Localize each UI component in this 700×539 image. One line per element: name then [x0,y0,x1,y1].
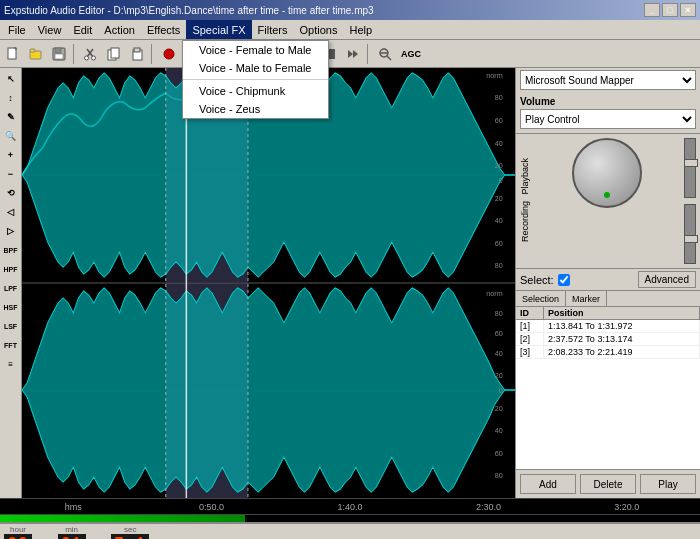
volume-knob[interactable] [572,138,642,208]
tab-marker[interactable]: Marker [566,291,607,306]
menu-voice-male-to-female[interactable]: Voice - Male to Female [183,59,328,77]
marker-row-2[interactable]: [2] 2:37.572 To 3:13.174 [516,333,700,346]
menu-options[interactable]: Options [294,20,344,39]
menu-special-fx[interactable]: Special FX [186,20,251,39]
tool-lsf[interactable]: LSF [2,317,20,335]
toolbar-paste[interactable] [126,43,148,65]
dropdown-separator [183,79,328,80]
advanced-button[interactable]: Advanced [638,271,696,288]
tool-hsf[interactable]: HSF [2,298,20,316]
timeline-labels: hms 0:50.0 1:40.0 2:30.0 3:20.0 [0,502,700,512]
close-button[interactable]: × [680,3,696,17]
min-value: 01 [58,534,86,539]
svg-text:norm: norm [486,72,502,80]
toolbar-cut[interactable] [80,43,102,65]
menu-effects[interactable]: Effects [141,20,186,39]
svg-rect-0 [8,48,16,59]
min-label: min [65,525,78,534]
waveform-svg: norm 80 60 40 20 0 20 40 60 80 norm 80 6… [22,68,515,498]
tool-bpf[interactable]: BPF [2,241,20,259]
play-marker-button[interactable]: Play [640,474,696,494]
tool-next[interactable]: ▷ [2,222,20,240]
svg-text:60: 60 [495,240,503,248]
marker-id-3: [3] [516,346,544,358]
marker-id-2: [2] [516,333,544,345]
toolbar-copy[interactable] [103,43,125,65]
svg-text:60: 60 [495,330,503,338]
tab-selection[interactable]: Selection [516,291,566,306]
select-checkbox[interactable] [558,274,570,286]
delete-marker-button[interactable]: Delete [580,474,636,494]
svg-text:80: 80 [495,262,503,270]
toolbar-new[interactable] [2,43,24,65]
svg-text:20: 20 [495,372,503,380]
menu-voice-chipmunk[interactable]: Voice - Chipmunk [183,82,328,100]
menu-filters[interactable]: Filters [252,20,294,39]
menu-voice-female-to-male[interactable]: Voice - Female to Male [183,41,328,59]
tool-undo[interactable]: ⟲ [2,184,20,202]
add-marker-button[interactable]: Add [520,474,576,494]
recording-label: Recording [520,201,530,242]
svg-rect-11 [111,48,119,58]
menu-voice-zeus[interactable]: Voice - Zeus [183,100,328,118]
sec-label: sec [124,525,136,534]
tl-140: 1:40.0 [281,502,419,512]
device-select[interactable]: Microsoft Sound Mapper [520,70,696,90]
tool-zoom-in[interactable]: + [2,146,20,164]
toolbar-open[interactable] [25,43,47,65]
menu-view[interactable]: View [32,20,68,39]
recording-slider-thumb [684,235,698,243]
waveform-area[interactable]: norm 80 60 40 20 0 20 40 60 80 norm 80 6… [22,68,515,498]
svg-text:60: 60 [495,117,503,125]
tool-move[interactable]: ↕ [2,89,20,107]
progress-fill [0,515,245,522]
special-fx-dropdown: Voice - Female to Male Voice - Male to F… [182,40,329,119]
tl-230: 2:30.0 [419,502,557,512]
menu-action[interactable]: Action [98,20,141,39]
toolbar-separator-3 [367,44,371,64]
svg-marker-26 [348,50,353,58]
left-toolbar: ↖ ↕ ✎ 🔍 + − ⟲ ◁ ▷ BPF HPF LPF HSF LSF FF… [0,68,22,498]
minimize-button[interactable]: _ [644,3,660,17]
toolbar-end[interactable] [342,43,364,65]
tool-select[interactable]: ↖ [2,70,20,88]
marker-row-1[interactable]: [1] 1:13.841 To 1:31.972 [516,320,700,333]
svg-rect-5 [55,54,63,59]
device-select-row: Microsoft Sound Mapper [516,68,700,92]
svg-point-8 [85,56,89,60]
toolbar-agc[interactable]: AGC [397,43,425,65]
col-id: ID [516,307,544,319]
time-group-sec: sec 7.1 [111,525,149,539]
timeline: hms 0:50.0 1:40.0 2:30.0 3:20.0 [0,498,700,514]
toolbar-record[interactable] [158,43,180,65]
recording-slider[interactable] [684,204,696,264]
svg-text:40: 40 [495,217,503,225]
tool-zoom[interactable]: 🔍 [2,127,20,145]
marker-buttons: Add Delete Play [516,469,700,498]
tool-pencil[interactable]: ✎ [2,108,20,126]
svg-text:norm: norm [486,290,502,298]
play-control-select[interactable]: Play Control [520,109,696,129]
tool-lpf[interactable]: LPF [2,279,20,297]
menu-help[interactable]: Help [343,20,378,39]
marker-row-3[interactable]: [3] 2:08.233 To 2:21.419 [516,346,700,359]
tool-prev[interactable]: ◁ [2,203,20,221]
tool-fft[interactable]: FFT [2,336,20,354]
maximize-button[interactable]: □ [662,3,678,17]
menu-edit[interactable]: Edit [67,20,98,39]
toolbar-save[interactable] [48,43,70,65]
menu-file[interactable]: File [2,20,32,39]
time-colon-2: : [94,535,104,540]
tool-spectrum[interactable]: ≡ [2,355,20,373]
markers-section: Selection Marker ID Position [1] 1:13.84… [516,291,700,498]
progress-bar[interactable] [0,514,700,522]
playback-slider[interactable] [684,138,696,198]
tool-hpf[interactable]: HPF [2,260,20,278]
select-row: Select: Advanced [516,269,700,291]
toolbar-zoom-out[interactable] [374,43,396,65]
right-panel: Microsoft Sound Mapper Volume Play Contr… [515,68,700,498]
svg-text:80: 80 [495,310,503,318]
tool-zoom-out[interactable]: − [2,165,20,183]
tl-320: 3:20.0 [558,502,696,512]
markers-tabs: Selection Marker [516,291,700,307]
